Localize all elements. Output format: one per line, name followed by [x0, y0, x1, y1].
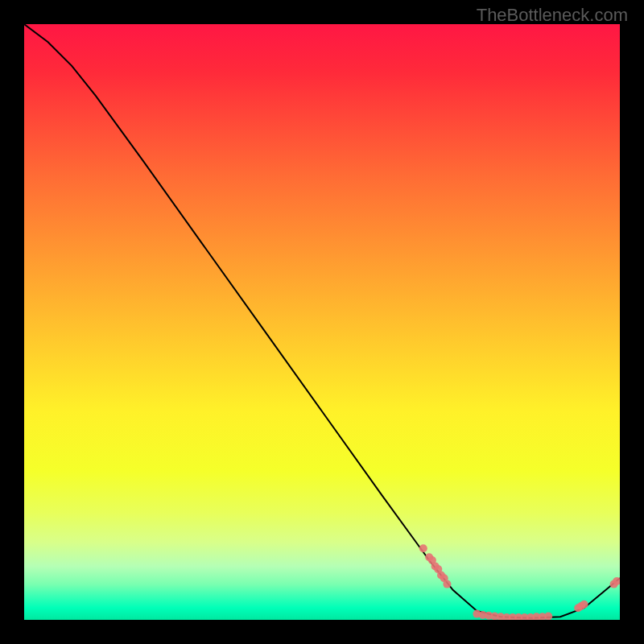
data-dot: [544, 613, 552, 620]
chart-svg: [24, 24, 620, 620]
bottleneck-curve: [24, 24, 620, 618]
chart-plot-area: [24, 24, 620, 620]
data-dot: [443, 580, 451, 588]
data-dot: [580, 601, 588, 609]
data-dot: [419, 544, 427, 552]
data-dots-group: [419, 544, 620, 620]
watermark-text: TheBottleneck.com: [477, 5, 628, 26]
